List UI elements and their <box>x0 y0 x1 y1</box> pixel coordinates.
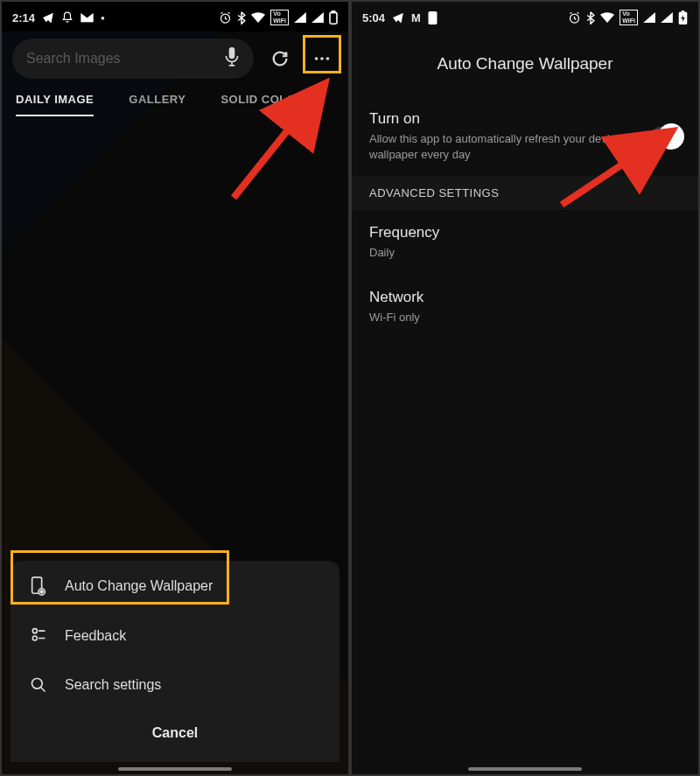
tab-daily-image[interactable]: DAILY IMAGE <box>16 93 94 116</box>
signal-icon <box>294 12 306 23</box>
svg-rect-2 <box>332 10 334 12</box>
telegram-icon <box>42 11 54 24</box>
svg-point-10 <box>32 629 37 633</box>
refresh-icon[interactable] <box>264 43 296 74</box>
svg-point-6 <box>326 57 330 60</box>
clock: 2:14 <box>12 11 35 24</box>
turn-on-desc: Allow this app to automatically refresh … <box>369 131 651 162</box>
feedback-icon <box>30 627 47 645</box>
telegram-icon <box>392 11 404 24</box>
menu-item-label: Feedback <box>65 628 126 644</box>
clock: 5:04 <box>362 11 385 24</box>
svg-point-9 <box>40 591 43 593</box>
wifi-icon <box>600 12 614 23</box>
menu-item-label: Auto Change Wallpaper <box>65 578 213 594</box>
svg-rect-3 <box>229 47 235 59</box>
right-screenshot: 5:04 M VoWiFi Auto Change Wallpaper Turn… <box>350 0 700 776</box>
left-screenshot: 2:14 ● VoWiFi Search Images <box>0 0 350 776</box>
frequency-value: Daily <box>369 245 439 261</box>
svg-rect-1 <box>330 12 337 24</box>
home-indicator[interactable] <box>118 767 232 771</box>
m-icon: M <box>411 11 421 24</box>
home-indicator[interactable] <box>468 767 582 771</box>
phone-gear-icon <box>30 577 47 596</box>
overflow-menu-icon[interactable] <box>306 43 338 74</box>
mic-icon[interactable] <box>224 47 240 70</box>
status-bar: 5:04 M VoWiFi <box>352 2 698 31</box>
bluetooth-icon <box>237 11 246 24</box>
tab-gallery[interactable]: GALLERY <box>129 93 186 116</box>
bell-icon <box>61 11 74 24</box>
battery-outline-icon <box>329 10 338 24</box>
signal-icon <box>312 12 324 23</box>
turn-on-label: Turn on <box>369 110 651 128</box>
cancel-button[interactable]: Cancel <box>10 710 340 762</box>
network-value: Wi-Fi only <box>369 310 424 325</box>
turn-on-row[interactable]: Turn on Allow this app to automatically … <box>352 96 698 176</box>
turn-on-toggle[interactable] <box>651 127 681 146</box>
frequency-row[interactable]: Frequency Daily <box>352 210 698 275</box>
svg-point-5 <box>320 57 324 60</box>
network-row[interactable]: Network Wi-Fi only <box>352 275 698 339</box>
wifi-box-icon: VoWiFi <box>620 10 638 25</box>
advanced-settings-header: ADVANCED SETTINGS <box>352 176 698 210</box>
battery-bolt-icon <box>678 10 688 24</box>
search-icon <box>30 676 47 694</box>
svg-rect-14 <box>428 11 437 24</box>
wifi-icon <box>251 12 265 23</box>
signal-icon <box>643 12 655 23</box>
tabs: DAILY IMAGE GALLERY SOLID COLOR <box>2 86 348 116</box>
signal-icon <box>661 12 673 23</box>
menu-auto-change-wallpaper[interactable]: Auto Change Wallpaper <box>10 561 340 612</box>
alarm-icon <box>219 11 232 24</box>
frequency-label: Frequency <box>369 224 439 241</box>
search-placeholder: Search Images <box>26 51 121 66</box>
wifi-box-icon: VoWiFi <box>270 10 289 25</box>
dot-icon: ● <box>101 14 105 22</box>
menu-item-label: Search settings <box>65 677 161 693</box>
svg-rect-17 <box>682 10 684 12</box>
mail-icon <box>80 12 94 23</box>
search-input[interactable]: Search Images <box>12 38 254 79</box>
tab-solid-color[interactable]: SOLID COLOR <box>220 93 304 116</box>
menu-search-settings[interactable]: Search settings <box>10 661 340 710</box>
bluetooth-icon <box>586 11 595 24</box>
overflow-menu-sheet: Auto Change Wallpaper Feedback Search se… <box>10 561 340 762</box>
page-title: Auto Change Wallpaper <box>352 31 698 96</box>
phone-small-icon <box>428 11 438 24</box>
svg-point-11 <box>32 636 37 640</box>
svg-point-12 <box>32 679 43 689</box>
status-bar: 2:14 ● VoWiFi <box>2 2 348 31</box>
alarm-icon <box>568 11 581 24</box>
menu-feedback[interactable]: Feedback <box>10 612 340 661</box>
svg-point-4 <box>315 57 318 60</box>
network-label: Network <box>369 289 424 306</box>
